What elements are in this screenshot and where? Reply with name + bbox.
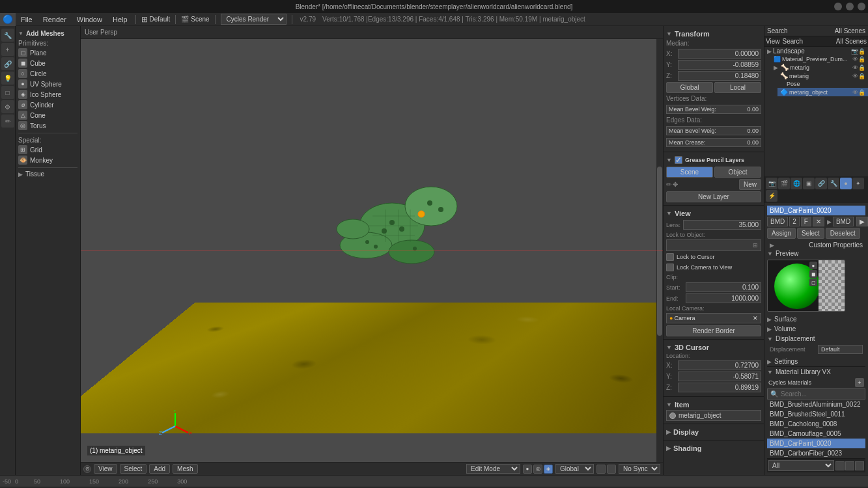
- custom-expand-btn[interactable]: ▶: [770, 242, 774, 249]
- select-btn[interactable]: Select: [797, 228, 824, 239]
- end-input[interactable]: 1000.000: [686, 293, 761, 303]
- material-search-bar[interactable]: 🔍: [767, 388, 865, 400]
- outline-view-btn[interactable]: View: [766, 38, 780, 45]
- mean-bevel-input1[interactable]: Mean Bevel Weig: 0.00: [666, 105, 761, 114]
- mesh-cylinder[interactable]: ⌀ Cylinder: [18, 100, 77, 110]
- toolbar-options-icon[interactable]: ⚙: [1, 100, 14, 113]
- mode-dropdown[interactable]: Edit Mode Object Mode Sculpt Mode: [466, 464, 520, 474]
- outline-landscape[interactable]: ▶ Landscape 📷🔒: [764, 47, 868, 55]
- cursor-y-input[interactable]: -0.58071: [678, 372, 761, 381]
- shading-collapse[interactable]: ▶: [666, 445, 671, 452]
- solid-shading-btn[interactable]: ●: [523, 465, 532, 474]
- window-controls[interactable]: [834, 3, 865, 10]
- camera-select[interactable]: ● Camera ✕: [666, 313, 761, 323]
- scrollbar-thumb[interactable]: [657, 167, 662, 336]
- tissue-item[interactable]: ▶ Tissue: [18, 170, 77, 178]
- surface-expand[interactable]: ▶: [767, 316, 772, 323]
- displacement-expand[interactable]: ▼: [767, 336, 773, 342]
- list-add-btn[interactable]: [855, 461, 864, 470]
- cursor-z-input[interactable]: 0.89919: [678, 383, 761, 392]
- gp-new-btn[interactable]: New: [739, 179, 761, 190]
- mesh-btn[interactable]: Mesh: [173, 464, 197, 474]
- mean-crease-input[interactable]: Mean Crease: 0.00: [666, 138, 761, 147]
- bmd-x-btn[interactable]: ✕: [813, 217, 824, 226]
- filter-dropdown[interactable]: All: [768, 460, 834, 471]
- mesh-grid[interactable]: ⊞ Grid: [18, 144, 77, 155]
- sphere-preview-btn[interactable]: ●: [809, 262, 817, 269]
- library-expand[interactable]: ▼: [767, 369, 773, 375]
- viewport-3d[interactable]: User Persp: [81, 26, 663, 475]
- view-collapse[interactable]: ▼: [666, 210, 672, 217]
- texture-shading-btn[interactable]: ◈: [544, 465, 553, 474]
- y-value[interactable]: -0.08859: [678, 60, 761, 70]
- mesh-circle[interactable]: ○ Circle: [18, 68, 77, 79]
- bmd-f-btn[interactable]: F: [801, 217, 811, 226]
- minimize-btn[interactable]: [834, 3, 842, 10]
- toolbar-uv-icon[interactable]: □: [1, 86, 14, 99]
- add-meshes-header[interactable]: ▼ Add Meshes: [18, 29, 77, 38]
- physics-icon[interactable]: ⚡: [766, 190, 777, 202]
- list-up-btn[interactable]: [835, 461, 845, 470]
- item-display[interactable]: metarig_object: [666, 410, 761, 421]
- toolbar-shading-icon[interactable]: 💡: [1, 72, 14, 85]
- mesh-monkey[interactable]: 🐵 Monkey: [18, 155, 77, 165]
- world-icon[interactable]: 🌐: [791, 178, 802, 189]
- menu-render[interactable]: Render: [38, 13, 72, 26]
- local-btn[interactable]: Local: [714, 82, 761, 93]
- z-value[interactable]: 0.18480: [678, 71, 761, 81]
- mesh-cone[interactable]: △ Cone: [18, 110, 77, 120]
- toolbar-tools-icon[interactable]: 🔧: [1, 29, 14, 42]
- start-input[interactable]: 0.100: [686, 282, 761, 292]
- settings-header[interactable]: ▶ Settings: [767, 357, 865, 366]
- outline-metarig-mesh[interactable]: 🦴 metarig 👁🔒: [777, 72, 868, 80]
- constraints-icon[interactable]: 🔗: [815, 178, 827, 189]
- toolbar-grease-icon[interactable]: ✏: [1, 115, 14, 128]
- material-search-input[interactable]: [781, 390, 862, 398]
- outline-search-btn[interactable]: Search: [783, 38, 804, 45]
- mesh-cube[interactable]: ◼ Cube: [18, 58, 77, 68]
- add-btn[interactable]: Add: [149, 464, 170, 474]
- display-collapse[interactable]: ▶: [666, 429, 671, 435]
- displacement-mode-select[interactable]: Default: [818, 345, 863, 354]
- surface-header[interactable]: ▶ Surface: [767, 314, 865, 324]
- mat-item-0[interactable]: BMD_BrushedAluminium_0022: [767, 400, 865, 409]
- mesh-icosphere[interactable]: ◈ Ico Sphere: [18, 89, 77, 100]
- menu-window[interactable]: Window: [72, 13, 107, 26]
- transform-collapse[interactable]: ▼: [666, 31, 672, 37]
- render-border-btn[interactable]: Render Border: [666, 325, 761, 336]
- bmd-num[interactable]: 2: [789, 217, 800, 226]
- sync-dropdown[interactable]: No Sync: [619, 464, 660, 474]
- bmd-car-paint-btn[interactable]: ▶: [856, 217, 868, 226]
- gp-scene-btn[interactable]: Scene: [666, 167, 713, 178]
- mat-item-5[interactable]: BMD_CarbonFiber_0023: [767, 448, 865, 458]
- snap-btn[interactable]: [596, 465, 606, 474]
- maximize-btn[interactable]: [846, 3, 854, 10]
- close-btn[interactable]: [858, 3, 865, 10]
- lock-camera-checkbox[interactable]: [666, 264, 674, 271]
- modifiers-icon[interactable]: 🔧: [828, 178, 839, 189]
- menu-help[interactable]: Help: [107, 13, 133, 26]
- toolbar-create-icon[interactable]: +: [1, 43, 14, 56]
- mat-item-2[interactable]: BMD_Cacholong_0008: [767, 419, 865, 429]
- cube-preview-btn[interactable]: ◼: [809, 270, 817, 278]
- mean-bevel-input2[interactable]: Mean Bevel Weig: 0.00: [666, 126, 761, 135]
- mesh-uvsphere[interactable]: ● UV Sphere: [18, 79, 77, 89]
- render-icon[interactable]: 📷: [766, 178, 777, 189]
- gp-object-btn[interactable]: Object: [714, 167, 761, 178]
- global-btn[interactable]: Global: [666, 82, 713, 93]
- mesh-plane[interactable]: ◻ Plane: [18, 47, 77, 58]
- gp-collapse[interactable]: ▼: [666, 157, 672, 163]
- preview-expand-btn[interactable]: ▼: [767, 251, 773, 257]
- outline-metarig-object[interactable]: 🔷 metarig_object 👁🔒: [777, 88, 868, 96]
- lens-input[interactable]: 35.000: [683, 220, 761, 230]
- view-btn[interactable]: View: [94, 464, 117, 474]
- scene-prop-icon[interactable]: 🎬: [778, 178, 790, 189]
- mesh-torus[interactable]: ◎ Torus: [18, 120, 77, 131]
- mat-item-3[interactable]: BMD_Camouflage_0005: [767, 429, 865, 439]
- material-prop-icon[interactable]: ●: [840, 178, 852, 189]
- volume-expand[interactable]: ▶: [767, 326, 772, 332]
- volume-header[interactable]: ▶ Volume: [767, 324, 865, 334]
- lock-object-input[interactable]: ⊞: [666, 239, 761, 251]
- item-collapse[interactable]: ▼: [666, 401, 672, 408]
- cursor-x-input[interactable]: 0.72700: [678, 360, 761, 370]
